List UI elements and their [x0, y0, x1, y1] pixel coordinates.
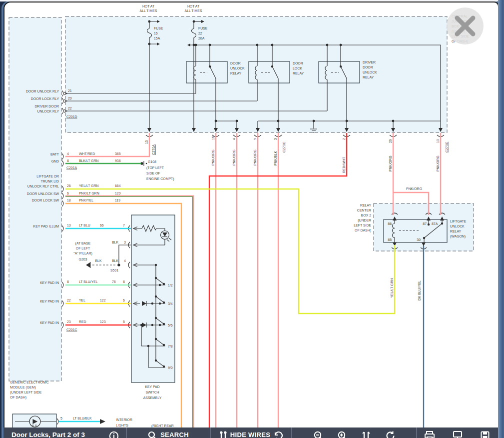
search-label: SEARCH — [160, 431, 189, 438]
zoom-controls — [291, 428, 416, 438]
close-icon — [454, 15, 476, 37]
output-controls — [416, 428, 497, 438]
search-button[interactable]: SEARCH — [126, 428, 210, 438]
bottom-toolbar: Door Locks, Part 2 of 3 SEARCH HIDE WIRE… — [3, 428, 498, 438]
info-icon[interactable] — [109, 431, 119, 438]
diagram-page — [3, 2, 499, 438]
monitor-icon[interactable] — [453, 431, 463, 438]
hide-wires-label: HIDE WIRES — [230, 431, 270, 438]
zoom-in-icon[interactable] — [338, 431, 347, 438]
close-button[interactable] — [447, 8, 484, 44]
search-icon — [148, 431, 157, 438]
save-icon[interactable] — [481, 431, 490, 438]
undo-icon[interactable] — [273, 431, 283, 438]
rotate-icon[interactable] — [386, 431, 395, 438]
print-icon[interactable] — [425, 431, 435, 438]
hide-wires-icon — [219, 431, 227, 438]
app-window: HOT ATALL TIMESHOT ATALL TIMESFUSE1615AF… — [0, 0, 504, 438]
toolbar-title-segment[interactable]: Door Locks, Part 2 of 3 — [3, 428, 126, 438]
window-top-edge — [0, 0, 504, 2]
fit-width-icon[interactable] — [362, 431, 371, 438]
hide-wires-button[interactable]: HIDE WIRES — [210, 428, 291, 438]
zoom-out-icon[interactable] — [314, 431, 323, 438]
diagram-title: Door Locks, Part 2 of 3 — [11, 431, 85, 438]
scrollbar[interactable] — [498, 0, 504, 438]
